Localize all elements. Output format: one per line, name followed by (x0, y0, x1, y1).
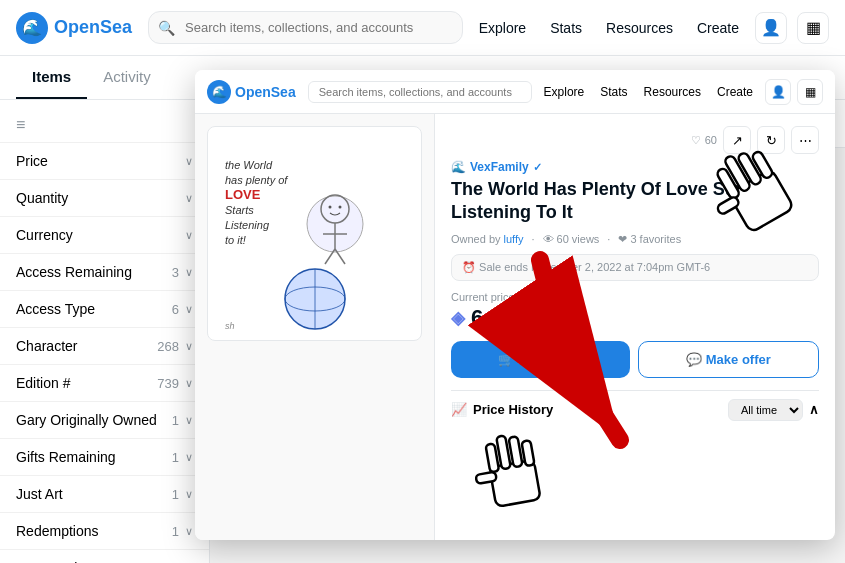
filter-gary[interactable]: Gary Originally Owned 1∨ (0, 401, 209, 438)
second-search-input[interactable] (308, 81, 532, 103)
filter-badge: 1 (172, 487, 179, 502)
profile-icon-btn[interactable]: 👤 (755, 12, 787, 44)
buy-now-btn[interactable]: 🛒 Buy now... (451, 341, 630, 378)
second-logo-icon: 🌊 (207, 80, 231, 104)
svg-text:sh: sh (225, 321, 235, 331)
filter-badge: 6 (172, 302, 179, 317)
filter-currency-label: Currency (16, 227, 73, 243)
filter-character[interactable]: Character 268∨ (0, 327, 209, 364)
price-history-section: 📈 Price History All time ∧ (451, 390, 819, 429)
filter-badge: 3 (172, 265, 179, 280)
nft-title: The World Has Plenty Of Love Start Liste… (451, 178, 819, 225)
price-usd: $38 (508, 311, 528, 325)
second-nav-create[interactable]: Create (717, 85, 753, 99)
chevron-icon: ∨ (185, 414, 193, 427)
chevron-icon: ∨ (185, 303, 193, 316)
filter-redemptions[interactable]: Redemptions 1∨ (0, 512, 209, 549)
nft-collection[interactable]: 🌊 VexFamily ✓ (451, 160, 819, 174)
wallet-icon-btn[interactable]: ▦ (797, 12, 829, 44)
price-display: ◈ 6.1 $38 (451, 305, 819, 331)
logo[interactable]: 🌊 OpenSea (16, 12, 132, 44)
filter-just-art-label: Just Art (16, 486, 63, 502)
filter-edition-label: Edition # (16, 375, 70, 391)
nft-detail: the World has plenty of LOVE Starts List… (195, 114, 835, 540)
second-logo[interactable]: 🌊 OpenSea (207, 80, 296, 104)
favorite-count: 60 (705, 134, 717, 146)
filter-character-label: Character (16, 338, 77, 354)
nav-create[interactable]: Create (697, 20, 739, 36)
share-icon-btn[interactable]: ↗ (723, 126, 751, 154)
second-profile-btn[interactable]: 👤 (765, 79, 791, 105)
owner-name[interactable]: luffy (504, 233, 524, 245)
action-buttons: 🛒 Buy now... 💬 Make offer (451, 341, 819, 378)
filter-access-type-label: Access Type (16, 301, 95, 317)
verified-badge: ✓ (533, 161, 542, 174)
second-nav-stats[interactable]: Stats (600, 85, 627, 99)
make-offer-btn[interactable]: 💬 Make offer (638, 341, 819, 378)
filter-badge: 1 (172, 413, 179, 428)
second-nav-explore[interactable]: Explore (544, 85, 585, 99)
filter-currency[interactable]: Currency ∨ (0, 216, 209, 253)
filter-icon: ≡ (16, 116, 25, 134)
chevron-icon: ∨ (185, 377, 193, 390)
nav-links: Explore Stats Resources Create (479, 20, 739, 36)
second-nav: 🌊 OpenSea Explore Stats Resources Create… (195, 70, 835, 114)
chevron-icon: ∨ (185, 488, 193, 501)
svg-point-48 (328, 205, 331, 208)
nav-stats[interactable]: Stats (550, 20, 582, 36)
filter-quantity[interactable]: Quantity ∨ (0, 179, 209, 216)
heart-icon[interactable]: ♡ (691, 134, 701, 147)
nft-meta: Owned by luffy · 👁 60 views · ❤ 3 favori… (451, 233, 819, 246)
collapse-icon[interactable]: ∧ (809, 402, 819, 417)
second-nav-icons: 👤 ▦ (765, 79, 823, 105)
filter-access-type[interactable]: Access Type 6∨ (0, 290, 209, 327)
chevron-icon: ∨ (185, 266, 193, 279)
favorites-count: ❤ 3 favorites (618, 233, 681, 246)
second-logo-text: OpenSea (235, 84, 296, 100)
main-window: 🌊 OpenSea 🔍 Explore Stats Resources Crea… (0, 0, 845, 563)
filter-badge: 268 (157, 339, 179, 354)
logo-icon: 🌊 (16, 12, 48, 44)
filter-header[interactable]: ≡ (0, 108, 209, 142)
refresh-icon-btn[interactable]: ↻ (757, 126, 785, 154)
second-wallet-btn[interactable]: ▦ (797, 79, 823, 105)
tab-items[interactable]: Items (16, 56, 87, 99)
nav-resources[interactable]: Resources (606, 20, 673, 36)
price-section: Current price ◈ 6.1 $38 (451, 291, 819, 331)
filter-edition[interactable]: Edition # 739∨ (0, 364, 209, 401)
tab-activity[interactable]: Activity (87, 56, 167, 99)
nav-search-bar: 🔍 (148, 11, 463, 44)
views-count: 👁 60 views (543, 233, 600, 245)
filter-badge: 1 (172, 524, 179, 539)
chevron-icon: ∨ (185, 155, 193, 168)
sale-ends-text: Sale ends November 2, 2022 at 7:04pm GMT… (479, 261, 710, 273)
svg-text:Starts: Starts (225, 204, 254, 216)
collection-name: VexFamily (470, 160, 529, 174)
filter-access-remaining-label: Access Remaining (16, 264, 132, 280)
filter-gifts[interactable]: Gifts Remaining 1∨ (0, 438, 209, 475)
more-icon-btn[interactable]: ⋯ (791, 126, 819, 154)
filter-just-art[interactable]: Just Art 1∨ (0, 475, 209, 512)
filter-access-remaining[interactable]: Access Remaining 3∨ (0, 253, 209, 290)
owner-info: Owned by luffy (451, 233, 524, 245)
second-search (308, 81, 532, 103)
filter-price[interactable]: Price ∨ (0, 142, 209, 179)
top-nav: 🌊 OpenSea 🔍 Explore Stats Resources Crea… (0, 0, 845, 56)
chevron-icon: ∨ (185, 229, 193, 242)
svg-point-49 (338, 205, 341, 208)
nav-search-input[interactable] (148, 11, 463, 44)
second-nav-resources[interactable]: Resources (644, 85, 701, 99)
collection-icon: 🌊 (451, 160, 466, 174)
price-value: 6.1 (471, 305, 502, 331)
filter-redemptions-label: Redemptions (16, 523, 99, 539)
second-window: 🌊 OpenSea Explore Stats Resources Create… (195, 70, 835, 540)
filter-spectacular[interactable]: Spectacular Type 5∨ (0, 549, 209, 563)
nft-info-panel: ♡ 60 ↗ ↻ ⋯ 🌊 VexFamily ✓ The World Has P… (435, 114, 835, 540)
time-range-select[interactable]: All time (728, 399, 803, 421)
nav-explore[interactable]: Explore (479, 20, 526, 36)
sale-ends-icon: ⏰ (462, 261, 476, 273)
filter-quantity-label: Quantity (16, 190, 68, 206)
chevron-icon: ∨ (185, 192, 193, 205)
filter-price-label: Price (16, 153, 48, 169)
sidebar: ≡ Price ∨ Quantity ∨ Currency ∨ Access R… (0, 100, 210, 563)
